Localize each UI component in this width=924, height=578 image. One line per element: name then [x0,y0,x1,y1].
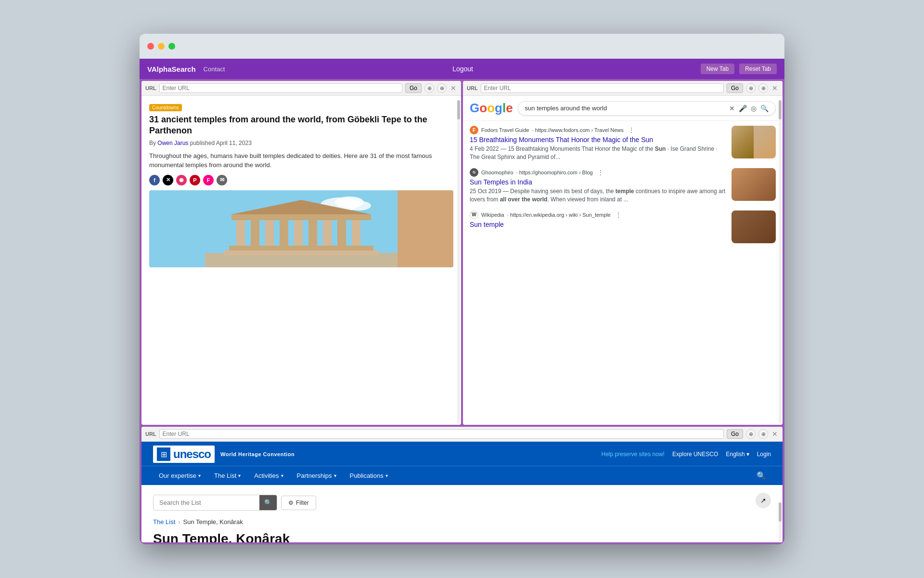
result3-thumbnail [732,210,776,243]
pinterest-icon[interactable]: P [190,175,200,185]
result2-title[interactable]: Sun Temples in India [470,178,726,186]
email-icon[interactable]: ✉ [217,175,227,185]
result3-more-icon[interactable]: ⋮ [616,211,621,218]
unesco-top-right: Help preserve sites now! Explore UNESCO … [602,451,771,458]
filter-button[interactable]: ⚙ Filter [281,496,316,510]
unesco-search-icon[interactable]: 🔍 [752,466,771,485]
svg-point-3 [347,201,371,210]
result2-more-icon[interactable]: ⋮ [598,169,603,176]
pane3-url-label: URL [145,431,156,437]
pane2-url-bar: URL Go ⊕ ⊕ ✕ [463,81,783,96]
unesco-page-content: 🔍 ⚙ Filter The List › Sun Temple, Konâra… [141,485,783,542]
nav-our-expertise[interactable]: Our expertise ▾ [153,467,206,484]
svg-rect-8 [251,219,259,246]
reset-tab-button[interactable]: Reset Tab [739,64,777,74]
nav-the-list[interactable]: The List ▾ [208,467,246,484]
pane1-scrollbar[interactable] [457,100,460,424]
google-search-bar[interactable]: sun temples around the world ✕ 🎤 ◎ 🔍 [518,101,776,116]
pane3-url-input[interactable] [159,429,724,439]
unesco-logo-area: ⊞ unesco World Heritage Convention [153,446,295,463]
logout-link[interactable]: Logout [452,65,473,73]
pane2-forward-button[interactable]: ⊕ [758,83,768,93]
svg-rect-6 [229,246,373,250]
title-bar [140,34,784,59]
search-result-3: W Wikipedia · https://en.wikipedia.org ›… [470,210,776,243]
search-results: F Fodors Travel Guide · https://www.fodo… [463,121,783,255]
article-date: published April 11, 2023 [190,140,252,146]
unesco-language-selector[interactable]: English ▾ [726,451,749,458]
page-title: Sun Temple, Konârak [153,531,771,542]
result1-more-icon[interactable]: ⋮ [629,127,634,133]
flipboard-icon[interactable]: F [203,175,214,185]
svg-rect-5 [224,250,378,255]
pane3-forward-button[interactable]: ⊕ [758,429,768,439]
svg-rect-7 [236,219,245,246]
contact-link[interactable]: Contact [204,66,225,73]
pane3-close-button[interactable]: ✕ [771,430,779,438]
unesco-logo-text: unesco [173,447,211,461]
social-icons: f ✕ ◉ P F ✉ [149,175,453,185]
google-clear-icon[interactable]: ✕ [729,105,735,112]
pane1-close-button[interactable]: ✕ [449,84,457,92]
svg-rect-9 [265,219,274,246]
nav-publications[interactable]: Publications ▾ [344,467,394,484]
google-voice-icon[interactable]: 🎤 [739,105,747,112]
nav-activities[interactable]: Activities ▾ [248,467,289,484]
nav-partnerships[interactable]: Partnerships ▾ [291,467,342,484]
pane3-back-button[interactable]: ⊕ [746,429,756,439]
minimize-button[interactable] [158,43,165,50]
facebook-icon[interactable]: f [149,175,160,185]
pane-unesco: URL Go ⊕ ⊕ ✕ ⊞ unesco World Heritage Con… [141,427,783,542]
unesco-icon: ⊞ [157,447,170,461]
google-header: Google sun temples around the world ✕ 🎤 … [463,96,783,121]
svg-rect-14 [337,219,346,246]
unesco-whc-label: World Heritage Convention [220,451,295,457]
fodors-favicon: F [470,126,478,134]
unesco-navbar: ⊞ unesco World Heritage Convention Help … [141,442,783,485]
pane1-url-input[interactable] [159,83,402,93]
svg-rect-15 [352,219,360,246]
result1-title[interactable]: 15 Breathtaking Monuments That Honor the… [470,135,726,144]
twitter-icon[interactable]: ✕ [163,175,173,185]
pane1-go-button[interactable]: Go [405,83,422,93]
breadcrumb-current: Sun Temple, Konârak [183,518,243,525]
pane2-url-label: URL [467,85,478,91]
unesco-logo-box: ⊞ unesco [153,446,215,463]
pane1-forward-button[interactable]: ⊕ [437,83,447,93]
result1-source: Fodors Travel Guide [481,127,529,133]
unesco-help-link[interactable]: Help preserve sites now! [602,451,665,458]
breadcrumb-the-list[interactable]: The List [153,518,175,525]
google-lens-icon[interactable]: ◎ [751,105,757,112]
unesco-main-nav: Our expertise ▾ The List ▾ Activities ▾ … [141,466,783,485]
unesco-login-link[interactable]: Login [757,451,771,458]
pane3-go-button[interactable]: Go [727,429,743,439]
pane2-go-button[interactable]: Go [727,83,743,93]
pane3-scrollbar[interactable] [779,502,782,541]
pane2-back-button[interactable]: ⊕ [746,83,756,93]
new-tab-button[interactable]: New Tab [701,64,734,74]
pane2-close-button[interactable]: ✕ [771,84,779,92]
search-input-wrap: 🔍 [153,495,277,511]
unesco-top-bar: ⊞ unesco World Heritage Convention Help … [141,442,783,466]
close-button[interactable] [147,43,154,50]
google-search-icon[interactable]: 🔍 [760,105,769,112]
pane2-url-input[interactable] [481,83,724,93]
result1-snippet: 4 Feb 2022 — 15 Breathtaking Monuments T… [470,145,726,161]
the-list-chevron: ▾ [238,473,241,478]
maximize-button[interactable] [168,43,175,50]
article-image [149,190,453,267]
breadcrumb: The List › Sun Temple, Konârak [153,518,771,525]
instagram-icon[interactable]: ◉ [176,175,187,185]
list-search-button[interactable]: 🔍 [259,495,277,510]
chevron-down-icon: ▾ [746,451,749,458]
pane1-back-button[interactable]: ⊕ [424,83,434,93]
partnerships-chevron: ▾ [334,473,336,478]
list-search-input[interactable] [154,496,259,510]
result3-title[interactable]: Sun temple [470,220,726,229]
search-bar-area: 🔍 ⚙ Filter [153,493,771,511]
pane2-scrollbar[interactable] [779,100,782,424]
share-button[interactable]: ↗ [756,493,771,508]
unesco-explore-link[interactable]: Explore UNESCO [672,451,718,458]
our-expertise-chevron: ▾ [198,473,201,478]
breadcrumb-separator: › [178,518,180,525]
